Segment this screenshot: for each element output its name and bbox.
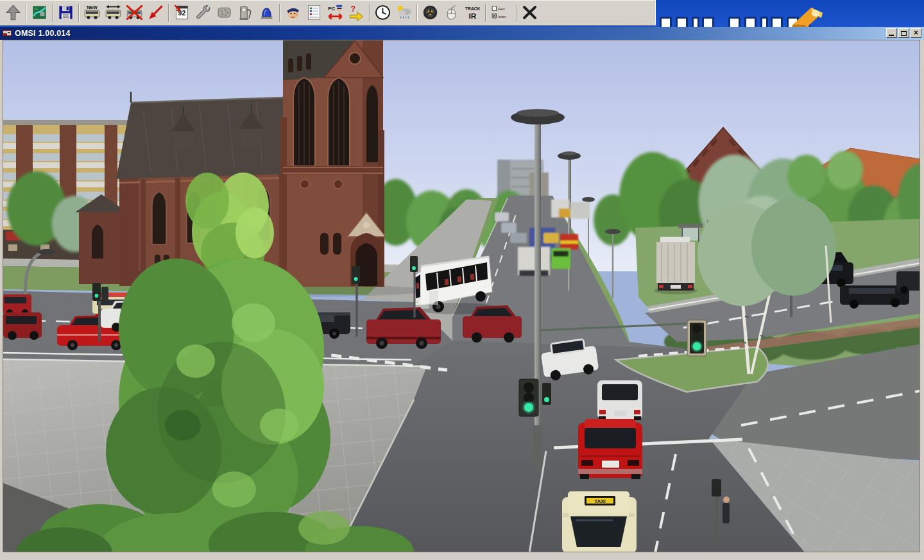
white-hatch-rear [597, 380, 642, 420]
church-tower [280, 40, 386, 287]
weather-button[interactable] [393, 2, 415, 24]
delete-bus-button[interactable] [124, 2, 145, 24]
3d-viewport[interactable]: TAXI [3, 40, 920, 552]
floppy-icon [57, 4, 74, 21]
sponge-icon [216, 4, 233, 21]
svg-text:TRACK: TRACK [465, 6, 481, 11]
toolbar-separator [52, 4, 53, 22]
tickets-button[interactable] [304, 2, 325, 24]
red-sedan-rear [578, 419, 642, 479]
svg-text:NEW: NEW [87, 4, 98, 10]
window-titlebar[interactable]: OMSI 1.00.014 × [0, 27, 924, 40]
close-x-icon [521, 4, 538, 21]
desktop-background [656, 0, 924, 27]
toolbar-separator [26, 4, 27, 22]
wrench-icon [194, 4, 212, 21]
checkboxes-icon: Fen Inter [491, 4, 511, 21]
toolbar-separator [516, 4, 517, 22]
schedule-icon: 92 [173, 4, 191, 21]
ai-driver-button[interactable] [282, 2, 304, 24]
map-icon [31, 4, 48, 21]
minimize-button[interactable] [886, 28, 897, 38]
maximize-button[interactable] [898, 28, 909, 38]
weather-icon [395, 4, 413, 21]
view-options-button[interactable]: Fen Inter [488, 2, 514, 24]
clock-icon [374, 4, 391, 21]
load-map-button[interactable] [29, 2, 50, 24]
steering-button[interactable] [420, 2, 441, 24]
screen: NEW 92 [0, 0, 924, 560]
svg-text:Fen: Fen [498, 7, 504, 11]
new-bus-button[interactable]: NEW [81, 2, 103, 24]
emergency-light-button[interactable] [256, 2, 277, 24]
pc-swap-icon: PC [327, 4, 344, 21]
driver-face-icon [284, 4, 302, 21]
toolbar-separator [279, 4, 280, 22]
toolbar-separator [168, 4, 169, 22]
question-arrow-icon: ? [348, 4, 365, 21]
red-arrow-icon [147, 4, 164, 21]
box-truck [654, 237, 697, 294]
wallpaper-text-partial [660, 17, 891, 27]
refuel-button[interactable] [235, 2, 256, 24]
editor-toolbar: NEW 92 [0, 0, 656, 26]
repair-button[interactable] [193, 2, 214, 24]
pc-driver-swap-button[interactable]: PC [325, 2, 346, 24]
bus-move-icon [105, 4, 122, 21]
fuel-pump-icon [237, 4, 254, 21]
toolbar-separator [78, 4, 80, 22]
next-action-button[interactable]: ? [346, 2, 367, 24]
bus-delete-icon [126, 4, 143, 21]
timetable-button[interactable]: 92 [171, 2, 193, 24]
mouse-control-button[interactable] [441, 2, 462, 24]
toolbar-separator [369, 4, 370, 22]
bus-window-icon [2, 29, 12, 38]
overhead-signal [687, 320, 706, 356]
hide-toolbar-button[interactable] [3, 2, 24, 24]
svg-text:PC: PC [328, 6, 335, 12]
svg-text:TAXI: TAXI [594, 498, 606, 504]
time-button[interactable] [372, 2, 393, 24]
save-button[interactable] [55, 2, 76, 24]
steering-wheel-icon [422, 4, 439, 21]
toolbar-separator [485, 4, 486, 22]
window-frame [0, 553, 924, 560]
blue-light-icon [258, 4, 275, 21]
pedestrian-crossing [723, 496, 730, 523]
pencil-icon [789, 5, 826, 27]
place-bus-button[interactable] [145, 2, 166, 24]
toolbar-separator [416, 4, 418, 22]
window-title: OMSI 1.00.014 [15, 29, 71, 38]
cream-taxi: TAXI [562, 491, 637, 552]
city-bus [414, 257, 499, 314]
bus-new-icon: NEW [83, 4, 101, 21]
ticket-list-icon [305, 4, 323, 21]
clean-button[interactable] [214, 2, 235, 24]
move-bus-button[interactable] [103, 2, 124, 24]
omsi-window: OMSI 1.00.014 × [0, 27, 924, 560]
mouse-icon [443, 4, 460, 21]
trackir-icon: TRACKIR [464, 4, 481, 21]
svg-text:IR: IR [469, 12, 477, 21]
up-arrow-icon [4, 4, 22, 21]
close-button[interactable]: × [911, 28, 921, 38]
svg-text:Inter: Inter [498, 15, 506, 19]
trackir-button[interactable]: TRACKIR [462, 2, 483, 24]
svg-text:?: ? [351, 4, 356, 13]
close-toolbar-button[interactable] [519, 2, 540, 24]
